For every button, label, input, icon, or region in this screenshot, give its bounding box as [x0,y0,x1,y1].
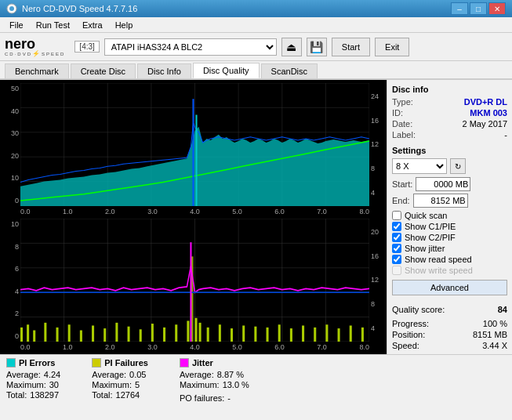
x-label-2: 2.0 [105,208,115,215]
advanced-button[interactable]: Advanced [392,280,507,295]
svg-rect-69 [361,328,364,342]
exit-button[interactable]: Exit [375,38,409,56]
pi-failures-group: PI Failures Average: 0.05 Maximum: 5 Tot… [92,358,148,400]
disc-date-row: Date: 2 May 2017 [392,119,507,129]
show-jitter-checkbox[interactable] [392,244,401,253]
bot-y-4: 4 [3,288,19,295]
pi-errors-total-value: 138297 [30,390,59,400]
bot-yr-8: 8 [371,300,383,308]
tab-scan-disc[interactable]: ScanDisc [261,63,318,78]
x-label-1: 1.0 [63,208,73,215]
menu-extra[interactable]: Extra [76,19,109,31]
speed-row: 8 X ↻ [392,158,507,174]
show-read-checkbox[interactable] [392,255,401,264]
top-chart-svg [20,83,369,206]
show-write-row: Show write speed [392,266,507,275]
quick-scan-checkbox[interactable] [392,211,401,220]
disc-label-row: Label: - [392,130,507,139]
ratio-badge: [4:3] [74,41,99,52]
title-text: Nero CD-DVD Speed 4.7.7.16 [22,4,451,13]
disc-id-label: ID: [392,108,403,118]
show-c1pie-checkbox[interactable] [392,222,401,231]
tab-disc-quality[interactable]: Disc Quality [193,63,260,78]
jitter-avg-value: 8.87 % [217,370,244,379]
pi-errors-max-label: Maximum: [6,380,46,389]
disc-type-row: Type: DVD+R DL [392,97,507,107]
svg-point-1 [9,6,14,11]
bx-label-5: 5.0 [232,343,242,351]
svg-rect-62 [278,324,281,342]
position-label: Position: [392,330,425,339]
progress-value: 100 % [483,319,507,328]
jitter-group: Jitter Average: 8.87 % Maximum: 13.0 % P… [180,358,249,403]
pi-failures-label: PI Failures [104,358,148,368]
settings-title: Settings [392,146,507,155]
svg-rect-39 [33,331,35,342]
pi-errors-avg-value: 4.24 [44,370,60,379]
maximize-button[interactable]: □ [470,2,487,15]
svg-rect-48 [140,329,142,342]
pi-errors-avg-label: Average: [6,370,41,379]
quality-score-value: 84 [498,305,507,314]
svg-rect-41 [56,328,59,342]
top-yr-8: 8 [371,165,383,172]
pi-failures-avg-label: Average: [92,370,126,379]
tab-benchmark[interactable]: Benchmark [5,63,69,78]
drive-selector[interactable]: ATAPI iHAS324 A BLC2 [104,38,277,56]
svg-rect-67 [338,328,340,342]
menu-run-test[interactable]: Run Test [30,19,76,31]
tab-bar: Benchmark Create Disc Disc Info Disc Qua… [0,61,512,80]
svg-rect-65 [314,328,316,342]
svg-rect-47 [128,327,130,342]
top-y-20: 20 [3,152,19,160]
progress-section: Progress: 100 % Position: 8151 MB Speed:… [392,319,507,350]
svg-rect-54 [195,318,198,342]
show-c2pif-label[interactable]: Show C2/PIF [405,233,456,242]
quick-scan-label[interactable]: Quick scan [405,211,447,220]
quick-scan-row: Quick scan [392,211,507,220]
svg-rect-40 [44,323,46,342]
refresh-button[interactable]: ↻ [450,158,466,174]
jitter-color-box [180,358,189,368]
top-yr-12: 12 [371,140,383,148]
show-write-checkbox[interactable] [392,266,401,275]
stats-bar: PI Errors Average: 4.24 Maximum: 30 Tota… [0,354,512,407]
end-input[interactable] [413,194,468,208]
top-yr-4: 4 [371,189,383,197]
tab-disc-info[interactable]: Disc Info [137,63,191,78]
menu-help[interactable]: Help [109,19,140,31]
close-button[interactable]: ✕ [488,2,506,15]
show-read-label[interactable]: Show read speed [405,255,472,264]
x-label-8: 8.0 [359,208,369,215]
pi-failures-color-box [92,358,101,368]
show-c2pif-checkbox[interactable] [392,233,401,242]
svg-rect-57 [219,324,221,342]
bot-y-0: 0 [3,332,19,340]
svg-rect-58 [231,328,233,342]
save-button[interactable]: 💾 [307,38,327,56]
speed-selector[interactable]: 8 X [392,158,447,174]
top-y-40: 40 [3,107,19,115]
show-jitter-label[interactable]: Show jitter [405,244,445,253]
top-y-50: 50 [3,85,19,92]
tab-create-disc[interactable]: Create Disc [71,63,136,78]
svg-rect-51 [175,324,177,342]
bot-yr-20: 20 [371,228,383,236]
pi-errors-label: PI Errors [19,358,55,368]
chart-area: 50 40 30 20 10 0 [0,80,387,354]
svg-rect-61 [267,328,269,342]
svg-rect-37 [20,328,23,342]
svg-rect-60 [254,327,256,342]
bx-label-3: 3.0 [147,343,158,351]
minimize-button[interactable]: – [451,2,468,15]
eject-button[interactable]: ⏏ [281,38,302,56]
start-button[interactable]: Start [332,38,370,56]
show-c1pie-label[interactable]: Show C1/PIE [405,222,456,231]
disc-info-title: Disc info [392,85,507,94]
menu-file[interactable]: File [3,19,30,31]
disc-date-label: Date: [392,119,412,129]
start-input[interactable] [416,177,470,191]
disc-type-value: DVD+R DL [464,97,507,107]
disc-id-value: MKM 003 [470,108,507,118]
show-write-label: Show write speed [405,266,473,275]
